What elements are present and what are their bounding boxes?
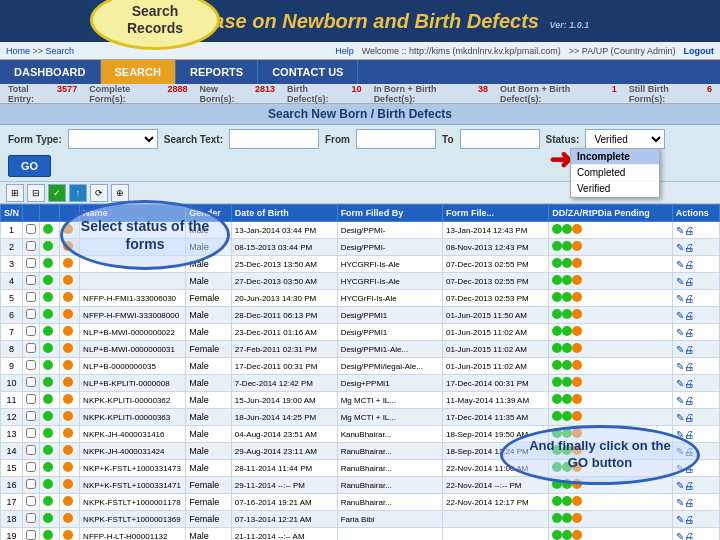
cell-filled-by: RanuBhairar...: [337, 494, 442, 511]
stat-birth-defects: Birth Defect(s): 10: [287, 84, 362, 104]
toolbar-btn-6[interactable]: ⊕: [111, 184, 129, 202]
cell-actions[interactable]: ✎🖨: [672, 307, 719, 324]
cell-actions[interactable]: ✎🖨: [672, 256, 719, 273]
cell-check1[interactable]: [23, 494, 40, 511]
status-select[interactable]: Verified Incomplete Completed: [585, 129, 665, 149]
toolbar-btn-2[interactable]: ⊟: [27, 184, 45, 202]
cell-gender: Female: [186, 290, 231, 307]
stat-inborn: In Born + Birth Defect(s): 38: [374, 84, 488, 104]
cell-dob: 23-Dec-2011 01:16 AM: [231, 324, 337, 341]
cell-dot2: [60, 290, 80, 307]
search-text-input[interactable]: [229, 129, 319, 149]
cell-actions[interactable]: ✎🖨: [672, 222, 719, 239]
from-label: From: [325, 134, 350, 145]
table-row: 6NFFP-H-FMWI-333008000Male28-Dec-2011 06…: [1, 307, 720, 324]
cell-check1[interactable]: [23, 375, 40, 392]
nav-search[interactable]: SEARCH: [101, 60, 176, 84]
cell-name: NKPK-KPLITI-00000363: [80, 409, 186, 426]
cell-actions[interactable]: ✎🖨: [672, 290, 719, 307]
cell-check1[interactable]: [23, 324, 40, 341]
cell-actions[interactable]: ✎🖨: [672, 375, 719, 392]
cell-name: NFFP-H-LT-H00001132: [80, 528, 186, 541]
cell-actions[interactable]: ✎🖨: [672, 494, 719, 511]
cell-actions[interactable]: ✎🖨: [672, 392, 719, 409]
cell-name: NFFP-H-FMWI-333008000: [80, 307, 186, 324]
cell-actions[interactable]: ✎🖨: [672, 528, 719, 541]
cell-dot1: [40, 273, 60, 290]
table-row: 10NLP+B-KPLITI-0000008Male7-Dec-2014 12:…: [1, 375, 720, 392]
toolbar-btn-3[interactable]: ✓: [48, 184, 66, 202]
cell-check1[interactable]: [23, 426, 40, 443]
cell-gender: Male: [186, 358, 231, 375]
cell-dob: 07-16-2014 19:21 AM: [231, 494, 337, 511]
cell-actions[interactable]: ✎🖨: [672, 341, 719, 358]
nav-contact[interactable]: CONTACT US: [258, 60, 358, 84]
cell-check1[interactable]: [23, 443, 40, 460]
nav-dashboard[interactable]: DASHBOARD: [0, 60, 101, 84]
cell-dob: 18-Jun-2014 14:25 PM: [231, 409, 337, 426]
cell-actions[interactable]: ✎🖨: [672, 511, 719, 528]
cell-form-file: 07-Dec-2013 02:55 PM: [442, 273, 548, 290]
cell-dot1: [40, 222, 60, 239]
col-check2: [40, 205, 60, 222]
cell-form-file: 22-Nov-2014 12:17 PM: [442, 494, 548, 511]
cell-dot2: [60, 443, 80, 460]
table-row: 17NKPK-FSTLT+1000001178Female07-16-2014 …: [1, 494, 720, 511]
to-date-input[interactable]: [460, 129, 540, 149]
cell-pending: [549, 375, 672, 392]
cell-gender: Male: [186, 307, 231, 324]
cell-dob: 29-11-2014 --:-- PM: [231, 477, 337, 494]
table-row: 18NKPK-FSTLT+1000001369Female07-13-2014 …: [1, 511, 720, 528]
cell-actions[interactable]: ✎🖨: [672, 477, 719, 494]
cell-actions[interactable]: ✎🖨: [672, 324, 719, 341]
col-filled-by: Form Filled By: [337, 205, 442, 222]
cell-dot1: [40, 341, 60, 358]
toolbar-btn-1[interactable]: ⊞: [6, 184, 24, 202]
toolbar-btn-5[interactable]: ⟳: [90, 184, 108, 202]
cell-name: NFFP-H-FMI1-333006030: [80, 290, 186, 307]
cell-check1[interactable]: [23, 273, 40, 290]
status-option-completed[interactable]: Completed: [571, 165, 659, 181]
cell-check1[interactable]: [23, 307, 40, 324]
cell-dob: 20-Jun-2013 14:30 PM: [231, 290, 337, 307]
cell-filled-by: Desig/PPMI1: [337, 307, 442, 324]
cell-dot1: [40, 324, 60, 341]
cell-check1[interactable]: [23, 290, 40, 307]
cell-actions[interactable]: ✎🖨: [672, 409, 719, 426]
cell-actions[interactable]: ✎🖨: [672, 358, 719, 375]
cell-check1[interactable]: [23, 341, 40, 358]
nav-bar: DASHBOARD SEARCH REPORTS CONTACT US: [0, 60, 720, 84]
status-option-incomplete[interactable]: Incomplete: [571, 149, 659, 165]
nav-reports[interactable]: REPORTS: [176, 60, 258, 84]
cell-check1[interactable]: [23, 460, 40, 477]
cell-dot2: [60, 358, 80, 375]
status-option-verified[interactable]: Verified: [571, 181, 659, 197]
cell-check1[interactable]: [23, 358, 40, 375]
cell-check1[interactable]: [23, 222, 40, 239]
cell-check1[interactable]: [23, 392, 40, 409]
cell-dob: 25-Dec-2013 13:50 AM: [231, 256, 337, 273]
cell-check1[interactable]: [23, 511, 40, 528]
col-sn: S/N: [1, 205, 23, 222]
cell-dob: 27-Feb-2011 02:31 PM: [231, 341, 337, 358]
cell-check1[interactable]: [23, 256, 40, 273]
cell-check1[interactable]: [23, 477, 40, 494]
cell-dob: 29-Aug-2014 23:11 AM: [231, 443, 337, 460]
go-button[interactable]: GO: [8, 155, 51, 177]
col-dob: Date of Birth: [231, 205, 337, 222]
cell-dot2: [60, 375, 80, 392]
arrow-right-icon: ➜: [549, 143, 572, 176]
cell-form-file: 07-Dec-2013 02:53 PM: [442, 290, 548, 307]
cell-actions[interactable]: ✎🖨: [672, 239, 719, 256]
cell-actions[interactable]: ✎🖨: [672, 273, 719, 290]
cell-sn: 13: [1, 426, 23, 443]
cell-form-file: 01-Jun-2015 11:02 AM: [442, 341, 548, 358]
cell-check1[interactable]: [23, 239, 40, 256]
from-date-input[interactable]: [356, 129, 436, 149]
toolbar-btn-4[interactable]: ↑: [69, 184, 87, 202]
cell-check1[interactable]: [23, 409, 40, 426]
form-type-select[interactable]: [68, 129, 158, 149]
cell-check1[interactable]: [23, 528, 40, 541]
cell-filled-by: RanuBhairar...: [337, 443, 442, 460]
table-row: 11NKPK-KPLITI-00000362Male15-Jun-2014 19…: [1, 392, 720, 409]
